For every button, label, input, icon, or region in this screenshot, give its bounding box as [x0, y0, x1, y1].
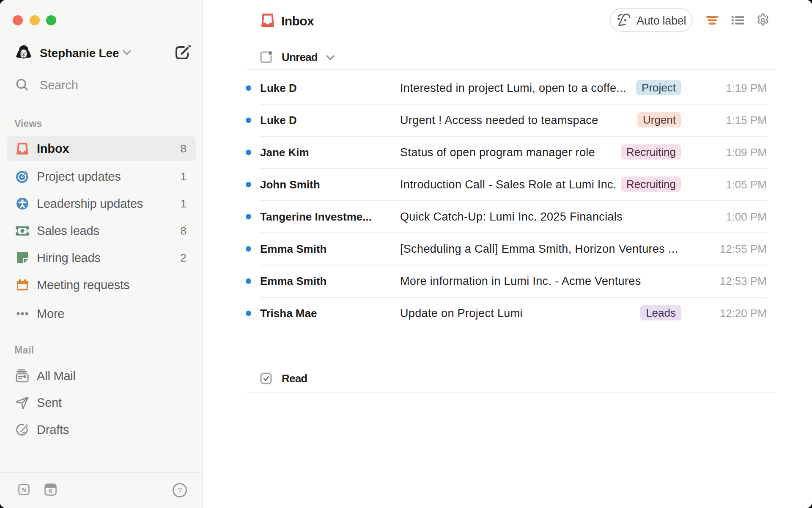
svg-text:N: N [21, 486, 27, 494]
svg-text:?: ? [178, 486, 182, 495]
svg-text:6: 6 [49, 487, 52, 494]
